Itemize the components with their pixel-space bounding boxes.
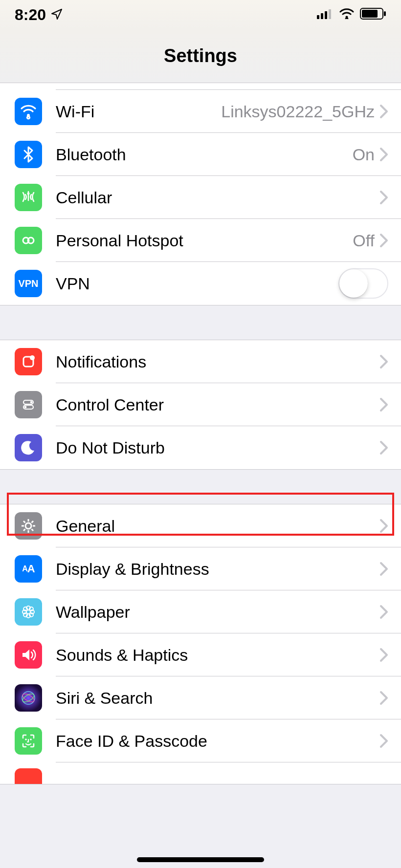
- row-label: Wi-Fi: [56, 102, 221, 121]
- svg-rect-3: [329, 9, 331, 19]
- row-control-center[interactable]: Control Center: [0, 383, 401, 426]
- row-wifi[interactable]: Wi-Fi Linksys02222_5GHz: [0, 90, 401, 133]
- row-bluetooth[interactable]: Bluetooth On: [0, 133, 401, 176]
- chevron-right-icon: [379, 648, 388, 662]
- svg-rect-2: [325, 11, 327, 19]
- svg-point-15: [30, 401, 33, 404]
- svg-point-8: [27, 114, 30, 117]
- row-general[interactable]: General: [0, 504, 401, 547]
- hotspot-icon: [15, 227, 42, 254]
- sos-icon: [15, 768, 42, 784]
- chevron-right-icon: [379, 734, 388, 748]
- row-wallpaper[interactable]: Wallpaper: [0, 590, 401, 633]
- row-detail: Linksys02222_5GHz: [221, 102, 375, 121]
- row-label: Control Center: [56, 395, 379, 414]
- row-siri[interactable]: Siri & Search: [0, 676, 401, 719]
- wifi-status-icon: [339, 8, 354, 21]
- row-detail: On: [353, 145, 375, 164]
- status-time: 8:20: [15, 6, 46, 24]
- row-label: Personal Hotspot: [56, 231, 353, 250]
- siri-icon: [15, 684, 42, 712]
- row-label: Notifications: [56, 352, 379, 371]
- group-notifications: Notifications Control Center Do Not Dist…: [0, 340, 401, 470]
- row-faceid[interactable]: Face ID & Passcode: [0, 719, 401, 762]
- status-right: [317, 8, 386, 22]
- row-label: Siri & Search: [56, 689, 379, 708]
- svg-point-4: [346, 16, 348, 19]
- row-label: Sounds & Haptics: [56, 646, 379, 665]
- display-icon: AA: [15, 555, 42, 583]
- cellular-icon: [15, 184, 42, 211]
- chevron-right-icon: [379, 233, 388, 248]
- notifications-icon: [15, 348, 42, 375]
- row-detail: Off: [353, 231, 375, 250]
- chevron-right-icon: [379, 691, 388, 705]
- chevron-right-icon: [379, 519, 388, 533]
- chevron-right-icon: [379, 104, 388, 119]
- moon-icon: [15, 434, 42, 461]
- svg-line-25: [32, 521, 34, 523]
- row-label: Face ID & Passcode: [56, 732, 379, 751]
- row-partial-top: [56, 83, 401, 90]
- row-label: General: [56, 517, 379, 536]
- chevron-right-icon: [379, 397, 388, 412]
- svg-line-26: [23, 529, 25, 531]
- row-vpn[interactable]: VPN VPN: [0, 262, 401, 305]
- location-icon: [51, 6, 63, 24]
- header: Settings: [0, 29, 401, 83]
- chevron-right-icon: [379, 440, 388, 455]
- row-label: VPN: [56, 274, 338, 293]
- vpn-icon: VPN: [15, 270, 42, 297]
- row-label: Cellular: [56, 188, 379, 207]
- svg-rect-6: [362, 10, 378, 18]
- group-general: General AA Display & Brightness Wallpape…: [0, 504, 401, 784]
- row-label: Wallpaper: [56, 603, 379, 622]
- svg-line-24: [32, 529, 34, 531]
- row-display[interactable]: AA Display & Brightness: [0, 547, 401, 590]
- svg-point-9: [27, 193, 30, 195]
- row-sounds[interactable]: Sounds & Haptics: [0, 633, 401, 676]
- svg-point-17: [24, 406, 27, 409]
- svg-point-40: [30, 738, 32, 740]
- cellular-signal-icon: [317, 8, 334, 21]
- battery-icon: [360, 8, 386, 22]
- home-indicator[interactable]: [137, 857, 264, 862]
- sounds-icon: [15, 641, 42, 669]
- settings-screen: 8:20 Settings Wi-Fi Lin: [0, 0, 401, 868]
- svg-point-13: [30, 355, 35, 360]
- row-partial-bottom: [0, 762, 401, 784]
- chevron-right-icon: [379, 147, 388, 162]
- vpn-toggle[interactable]: [338, 268, 388, 299]
- status-bar: 8:20: [0, 0, 401, 29]
- svg-rect-7: [384, 11, 386, 16]
- row-label: Bluetooth: [56, 145, 353, 164]
- face-id-icon: [15, 727, 42, 755]
- svg-rect-0: [317, 15, 319, 19]
- gear-icon: [15, 512, 42, 540]
- svg-point-18: [25, 523, 31, 529]
- wallpaper-icon: [15, 598, 42, 626]
- row-hotspot[interactable]: Personal Hotspot Off: [0, 219, 401, 262]
- chevron-right-icon: [379, 354, 388, 369]
- row-label: Display & Brightness: [56, 560, 379, 579]
- group-connectivity: Wi-Fi Linksys02222_5GHz Bluetooth On Cel…: [0, 83, 401, 305]
- chevron-right-icon: [379, 605, 388, 619]
- svg-line-23: [23, 521, 25, 523]
- chevron-right-icon: [379, 562, 388, 576]
- svg-point-39: [25, 738, 27, 740]
- chevron-right-icon: [379, 190, 388, 205]
- wifi-icon: [15, 98, 42, 125]
- page-title: Settings: [164, 45, 237, 66]
- bluetooth-icon: [15, 141, 42, 168]
- row-dnd[interactable]: Do Not Disturb: [0, 426, 401, 469]
- svg-rect-1: [321, 13, 323, 19]
- control-center-icon: [15, 391, 42, 418]
- row-notifications[interactable]: Notifications: [0, 340, 401, 383]
- row-cellular[interactable]: Cellular: [0, 176, 401, 219]
- row-label: Do Not Disturb: [56, 438, 379, 457]
- status-left: 8:20: [15, 6, 63, 24]
